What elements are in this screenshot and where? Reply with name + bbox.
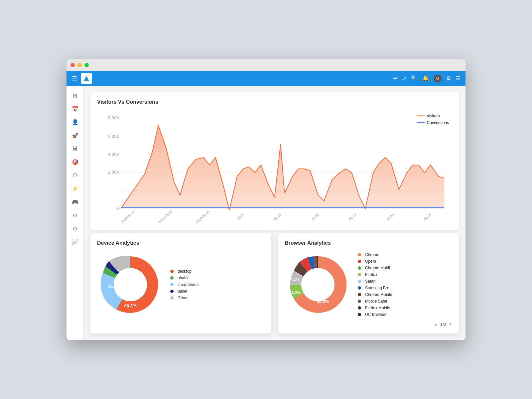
device-chart-title: Device Analytics [97, 240, 265, 246]
svg-point-26 [301, 268, 334, 301]
device-donut-svg: 86.3% 11.9% [97, 251, 164, 318]
browser-label-chrome-mobile: Chrome Mobile [365, 292, 392, 297]
settings-icon[interactable]: ⚙ [446, 75, 451, 81]
browser-legend: Chrome Opera Chrome Mobil... [358, 252, 401, 317]
browser-window: ☰ ↩ ⤢ 🔍 🔔 U ⚙ ☰ ⊞ 📅 👤 🚀 🗄 � [66, 59, 466, 340]
browser-label-chrome: Chrome [365, 252, 379, 257]
visitors-legend: Visitors [417, 114, 449, 118]
svg-text:09-26: 09-26 [423, 212, 432, 221]
browser-legend-safari: Safari [358, 279, 401, 284]
svg-text:0: 0 [116, 206, 119, 211]
maximize-button[interactable] [84, 63, 89, 67]
svg-text:4,000: 4,000 [108, 152, 119, 157]
device-label-phablet: phablet [178, 276, 191, 280]
header-left: ☰ [72, 73, 92, 84]
browser-label-opera: Opera [365, 259, 376, 264]
browser-legend-firefox-mobile: Firefox Mobile [358, 306, 401, 310]
minimize-button[interactable] [77, 63, 82, 67]
svg-text:09-24: 09-24 [386, 212, 395, 221]
bell-icon[interactable]: 🔔 [422, 75, 429, 81]
device-legend-tablet: tablet [170, 289, 213, 294]
browser-legend-uc: UC Browser [358, 312, 401, 317]
sidebar-item-flow[interactable]: ⚡ [68, 183, 82, 195]
svg-text:2019: 2019 [236, 213, 244, 221]
device-legend-smartphone: smartphone [170, 282, 213, 287]
visitors-chart-title: Visitors Vs Conversions [97, 99, 452, 105]
browser-legend-mobile-safari: Mobile Safari [358, 299, 401, 304]
device-donut-area: 86.3% 11.9% desktop phablet [97, 251, 265, 318]
expand-icon[interactable]: ⤢ [402, 75, 406, 81]
visitors-legend-line [417, 115, 425, 116]
conversions-legend-label: Conversions [427, 120, 449, 125]
browser-donut-area: 69.3% 8.2% 7.4% Chrome Opera [285, 251, 452, 318]
sidebar-item-launch[interactable]: 🚀 [68, 130, 82, 142]
svg-text:6,000: 6,000 [108, 133, 119, 138]
browser-donut-svg: 69.3% 8.2% 7.4% [285, 251, 351, 318]
sidebar-item-target[interactable]: 🎯 [68, 156, 82, 168]
device-label-desktop: desktop [178, 269, 192, 274]
sidebar-item-block[interactable]: ⊘ [68, 209, 82, 221]
sidebar-item-dashboard[interactable]: ⊞ [68, 90, 82, 102]
conversions-legend-line [417, 122, 425, 123]
svg-text:8,000: 8,000 [108, 115, 119, 120]
device-label-smartphone: smartphone [178, 282, 199, 287]
sidebar-item-clock[interactable]: ⏱ [68, 170, 82, 182]
chart-legend: Visitors Conversions [417, 114, 449, 125]
visitors-chart-card: Visitors Vs Conversions Visitors Convers… [90, 92, 459, 230]
hamburger-icon[interactable]: ☰ [72, 75, 77, 82]
device-legend-phablet: phablet [170, 276, 213, 280]
line-chart-svg: 8,000 6,000 4,000 2,000 0 [97, 110, 452, 223]
browser-label-mobile-safari: Mobile Safari [365, 299, 388, 304]
app-body: ⊞ 📅 👤 🚀 🗄 🎯 ⏱ ⚡ 🎮 ⊘ ⊙ 📈 Visitors Vs Conv… [66, 86, 466, 340]
sidebar-item-calendar[interactable]: 📅 [68, 103, 82, 115]
svg-text:69.3%: 69.3% [317, 299, 329, 304]
brand-logo [81, 73, 92, 84]
browser-label-chrome-mobile-abbr: Chrome Mobil... [365, 266, 393, 270]
svg-text:09-20: 09-20 [311, 212, 320, 221]
svg-text:8.2%: 8.2% [291, 290, 301, 295]
sidebar-item-game[interactable]: 🎮 [68, 196, 82, 208]
avatar-icon[interactable]: U [434, 74, 442, 82]
sidebar-item-trend[interactable]: 📈 [68, 236, 82, 248]
title-bar [66, 59, 466, 71]
bottom-charts: Device Analytics [90, 233, 459, 333]
svg-text:2019-08-31: 2019-08-31 [195, 209, 211, 223]
svg-text:2,000: 2,000 [108, 170, 119, 175]
browser-legend-chrome-mobile: Chrome Mobile [358, 292, 401, 297]
prev-page-button[interactable]: ▲ [434, 323, 438, 326]
sidebar: ⊞ 📅 👤 🚀 🗄 🎯 ⏱ ⚡ 🎮 ⊘ ⊙ 📈 [66, 86, 84, 340]
next-page-button[interactable]: ▼ [449, 323, 452, 326]
device-label-other: Other [178, 296, 188, 300]
pagination-area: ▲ 1/2 ▼ [285, 322, 452, 327]
browser-label-uc: UC Browser [365, 312, 387, 317]
browser-label-firefox: Firefox [365, 272, 377, 277]
menu-icon[interactable]: ☰ [456, 75, 460, 81]
sidebar-item-user[interactable]: 👤 [68, 116, 82, 128]
browser-legend-chrome: Chrome [358, 252, 401, 257]
svg-text:2019-08-27: 2019-08-27 [120, 209, 136, 223]
back-icon[interactable]: ↩ [393, 75, 397, 81]
sidebar-item-database[interactable]: 🗄 [68, 143, 82, 155]
svg-text:2019-08-29: 2019-08-29 [158, 209, 173, 223]
close-button[interactable] [70, 63, 75, 67]
header-right: ↩ ⤢ 🔍 🔔 U ⚙ ☰ [393, 74, 460, 82]
browser-label-samsung: Samsung Bro... [365, 286, 393, 290]
svg-text:09-22: 09-22 [348, 212, 357, 221]
search-icon[interactable]: 🔍 [411, 75, 418, 81]
device-legend-other: Other [170, 296, 213, 300]
device-legend-desktop: desktop [170, 269, 213, 274]
browser-legend-chrome-mobile-abbr: Chrome Mobil... [358, 266, 401, 270]
svg-text:7.4%: 7.4% [290, 277, 300, 282]
svg-text:11.9%: 11.9% [108, 284, 121, 289]
browser-label-safari: Safari [365, 279, 375, 284]
svg-text:09-18: 09-18 [273, 212, 282, 221]
main-content: Visitors Vs Conversions Visitors Convers… [84, 86, 466, 340]
pagination-label: 1/2 [440, 322, 446, 327]
browser-analytics-card: Browser Analytics [278, 233, 459, 333]
browser-chart-title: Browser Analytics [285, 240, 452, 246]
device-analytics-card: Device Analytics [90, 233, 271, 333]
browser-label-firefox-mobile: Firefox Mobile [365, 306, 390, 310]
browser-legend-samsung: Samsung Bro... [358, 286, 401, 290]
sidebar-item-circle[interactable]: ⊙ [68, 223, 82, 235]
device-label-tablet: tablet [178, 289, 187, 294]
